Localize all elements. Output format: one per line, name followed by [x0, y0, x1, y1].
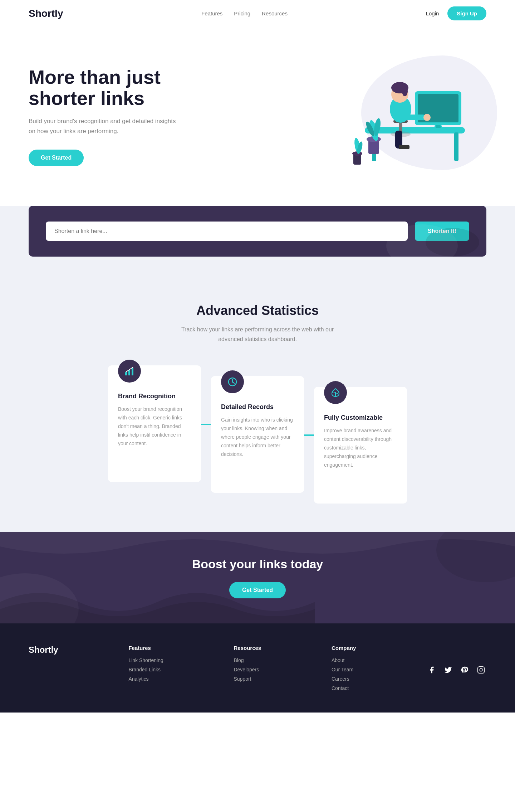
boost-top-wave — [0, 532, 515, 561]
footer-resources-col: Resources Blog Developers Support — [234, 645, 261, 695]
card-records-text: Gain insights into who is clicking your … — [221, 416, 294, 458]
card-brand-title: Brand Recognition — [118, 393, 191, 400]
svg-rect-28 — [125, 372, 127, 375]
footer-link-support[interactable]: Support — [234, 676, 261, 682]
card-brand-text: Boost your brand recognition with each c… — [118, 405, 191, 448]
card-records-title: Detailed Records — [221, 403, 294, 411]
nav-features[interactable]: Features — [201, 10, 222, 16]
footer-link-branded[interactable]: Branded Links — [128, 667, 163, 672]
footer-link-contact[interactable]: Contact — [332, 685, 356, 691]
footer-link-analytics[interactable]: Analytics — [128, 676, 163, 682]
nav-pricing[interactable]: Pricing — [234, 10, 250, 16]
footer-company-col: Company About Our Team Careers Contact — [332, 645, 356, 695]
hero-description: Build your brand's recognition and get d… — [29, 116, 179, 137]
svg-rect-29 — [128, 370, 130, 375]
boost-title: Boost your links today — [29, 557, 486, 571]
shorten-box: Shorten It! — [29, 206, 486, 257]
login-button[interactable]: Login — [426, 10, 439, 16]
footer-link-shortening[interactable]: Link Shortening — [128, 657, 163, 663]
hero-content: More than just shorter links Build your … — [29, 67, 179, 166]
nav-resources[interactable]: Resources — [262, 10, 288, 16]
card-icon-clock — [221, 370, 244, 393]
footer-link-our-team[interactable]: Our Team — [332, 667, 356, 672]
facebook-icon[interactable] — [426, 665, 437, 675]
instagram-icon[interactable] — [476, 665, 486, 675]
shorten-input[interactable] — [46, 222, 408, 241]
svg-rect-37 — [478, 667, 484, 673]
nav-right: Login Sign Up — [426, 6, 486, 20]
nav-links: Features Pricing Resources — [201, 10, 288, 16]
footer-social — [426, 645, 486, 695]
nav-logo[interactable]: Shortly — [29, 8, 63, 19]
stats-description: Track how your links are performing acro… — [179, 325, 336, 344]
card-custom-title: Fully Customizable — [324, 414, 397, 422]
svg-rect-15 — [404, 115, 426, 120]
shorten-button[interactable]: Shorten It! — [415, 222, 469, 241]
svg-rect-18 — [399, 145, 409, 149]
hero-title: More than just shorter links — [29, 67, 179, 109]
footer-link-about[interactable]: About — [332, 657, 356, 663]
cards-container: Brand Recognition Boost your brand recog… — [29, 365, 486, 504]
card-icon-chart — [118, 360, 141, 383]
card-detailed-records: Detailed Records Gain insights into who … — [211, 376, 304, 493]
boost-cta-button[interactable]: Get Started — [229, 582, 286, 598]
pinterest-icon[interactable] — [459, 665, 470, 675]
card-brand-recognition: Brand Recognition Boost your brand recog… — [108, 365, 201, 482]
boost-section: Boost your links today Get Started — [0, 532, 515, 623]
signup-button[interactable]: Sign Up — [447, 6, 486, 20]
stats-title: Advanced Statistics — [29, 303, 486, 318]
hero-illustration-container — [315, 48, 486, 184]
card-connector-1 — [201, 424, 211, 425]
hero-cta-button[interactable]: Get Started — [29, 150, 84, 166]
svg-point-31 — [132, 367, 133, 368]
svg-rect-30 — [132, 368, 133, 375]
svg-point-16 — [423, 114, 431, 121]
footer-resources-heading: Resources — [234, 645, 261, 651]
svg-rect-7 — [436, 125, 441, 128]
svg-point-14 — [402, 86, 408, 96]
hero-illustration-svg — [322, 48, 486, 184]
svg-point-35 — [232, 381, 233, 383]
card-icon-leaf — [324, 381, 347, 404]
footer-link-careers[interactable]: Careers — [332, 676, 356, 682]
card-customizable: Fully Customizable Improve brand awarene… — [314, 387, 407, 504]
shorten-section: Shorten It! — [0, 206, 515, 278]
twitter-icon[interactable] — [443, 665, 453, 675]
footer-logo: Shortly — [29, 645, 58, 695]
footer: Shortly Features Link Shortening Branded… — [0, 623, 515, 713]
stats-section: Advanced Statistics Track how your links… — [0, 278, 515, 532]
footer-link-developers[interactable]: Developers — [234, 667, 261, 672]
navigation: Shortly Features Pricing Resources Login… — [0, 0, 515, 27]
svg-rect-6 — [429, 129, 447, 131]
svg-rect-2 — [454, 132, 458, 161]
footer-company-heading: Company — [332, 645, 356, 651]
card-connector-2 — [304, 434, 314, 436]
footer-link-blog[interactable]: Blog — [234, 657, 261, 663]
footer-features-col: Features Link Shortening Branded Links A… — [128, 645, 163, 695]
card-custom-text: Improve brand awareness and content disc… — [324, 427, 397, 469]
footer-features-heading: Features — [128, 645, 163, 651]
hero-section: More than just shorter links Build your … — [0, 27, 515, 213]
